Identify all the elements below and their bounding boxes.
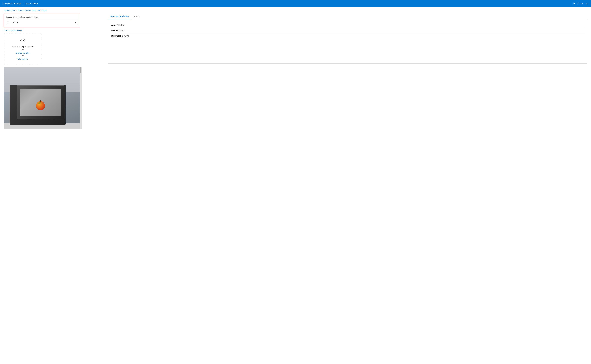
right-panel: Detected attributes JSON apple (94.0%) o…: [108, 14, 587, 129]
microwave-body: [10, 85, 66, 125]
take-photo-link[interactable]: Take a photo: [17, 58, 28, 60]
model-select-wrapper: contosotest prebuilt-imageanalysis ∨: [6, 20, 77, 25]
left-panel: Choose the model you want to try out con…: [4, 14, 104, 129]
model-selection-label: Choose the model you want to try out: [6, 16, 77, 18]
attribute-item-apple: apple (94.0%): [111, 22, 584, 28]
upload-drag-text: Drag and drop a file here or Browse for …: [6, 45, 39, 61]
scrollbar[interactable]: [80, 67, 81, 129]
train-custom-model-link[interactable]: Train a custom model: [4, 29, 104, 32]
breadcrumb-chevron: >: [16, 9, 17, 11]
tab-detected-attributes[interactable]: Detected attributes: [108, 14, 132, 19]
navbar: Cognitive Services | Vision Studio ⚙ ? ∨…: [0, 0, 591, 7]
attribute-score-apple: (94.0%): [117, 24, 124, 26]
breadcrumb-current: Extract common tags from images: [18, 9, 47, 11]
attribute-name-onion: onion: [111, 29, 117, 32]
attribute-name-apple: apple: [111, 24, 117, 26]
breadcrumb-home[interactable]: Vision Studio: [4, 9, 15, 11]
navbar-actions: ⚙ ? ∨ ☺: [573, 2, 588, 5]
navbar-brand-group: Cognitive Services | Vision Studio: [3, 2, 38, 5]
upload-box: Drag and drop a file here or Browse for …: [4, 34, 42, 64]
brand-name: Cognitive Services: [3, 2, 21, 5]
chevron-down-icon[interactable]: ∨: [581, 2, 583, 5]
attribute-item-onion: onion (3.58%): [111, 28, 584, 33]
preview-image: [4, 67, 80, 129]
upload-cloud-icon: [6, 38, 39, 44]
tab-json-label: JSON: [134, 15, 139, 18]
attributes-panel: apple (94.0%) onion (3.58%) cucumber (2.…: [108, 20, 587, 64]
model-selection-box: Choose the model you want to try out con…: [4, 14, 80, 27]
attribute-item-cucumber: cucumber (2.41%): [111, 33, 584, 39]
attribute-score-onion: (3.58%): [117, 29, 125, 32]
microwave-interior: [20, 89, 61, 116]
apple-object: [36, 101, 45, 110]
product-name: Vision Studio: [25, 2, 38, 5]
breadcrumb: Vision Studio > Extract common tags from…: [0, 7, 591, 12]
tab-detected-label: Detected attributes: [110, 15, 129, 18]
user-icon[interactable]: ☺: [585, 2, 588, 5]
microwave-door: [17, 85, 64, 119]
or-text-1: or: [22, 49, 24, 51]
main-content: Choose the model you want to try out con…: [0, 12, 591, 132]
image-preview: [4, 67, 82, 129]
apple-on-plate: [35, 100, 46, 111]
or-text-2: or: [22, 55, 24, 57]
attribute-name-cucumber: cucumber: [111, 35, 121, 37]
tab-json[interactable]: JSON: [132, 14, 142, 19]
tabs-bar: Detected attributes JSON: [108, 14, 587, 20]
help-icon[interactable]: ?: [577, 2, 579, 5]
model-dropdown[interactable]: contosotest prebuilt-imageanalysis: [6, 20, 77, 25]
scroll-thumb[interactable]: [80, 67, 81, 73]
settings-icon[interactable]: ⚙: [573, 2, 575, 5]
browse-file-link[interactable]: Browse for a file: [16, 52, 29, 54]
attribute-score-cucumber: (2.41%): [122, 35, 129, 37]
navbar-separator: |: [23, 2, 23, 5]
drag-text: Drag and drop a file here: [12, 46, 33, 48]
